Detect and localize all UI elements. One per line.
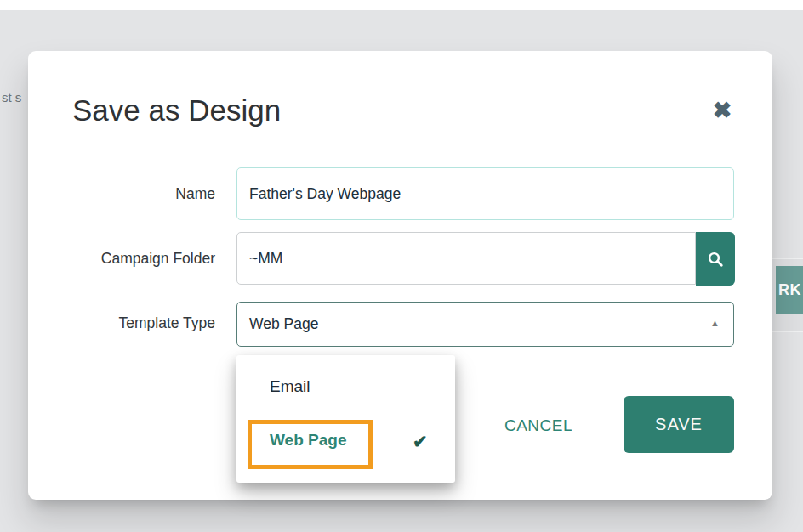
search-icon — [705, 249, 726, 269]
option-email[interactable]: Email — [270, 377, 310, 396]
save-as-design-dialog: Save as Design ✖ Name Campaign Folder Te… — [28, 51, 772, 500]
dialog-title: Save as Design — [72, 93, 281, 127]
screen: st s RK Save as Design ✖ Name Campaign F… — [0, 0, 803, 532]
template-type-value: Web Page — [249, 315, 318, 333]
name-input[interactable] — [236, 167, 734, 220]
option-web-page[interactable]: Web Page — [270, 431, 346, 450]
name-label: Name — [62, 185, 215, 203]
check-icon: ✔ — [413, 432, 428, 452]
background-truncated-text: st s — [2, 90, 21, 105]
close-icon[interactable]: ✖ — [707, 95, 738, 126]
template-type-select[interactable]: Web Page ▲ — [236, 302, 734, 347]
cancel-button[interactable]: CANCEL — [500, 412, 577, 439]
template-type-dropdown: Email Web Page ✔ — [236, 355, 455, 483]
background-divider-top — [772, 258, 803, 259]
save-button[interactable]: SAVE — [624, 396, 734, 453]
campaign-folder-input[interactable] — [236, 232, 696, 285]
campaign-folder-label: Campaign Folder — [62, 250, 215, 268]
folder-search-button[interactable] — [696, 232, 735, 286]
partial-work-button[interactable]: RK — [776, 266, 803, 314]
template-type-label: Template Type — [62, 314, 215, 332]
background-divider-bottom — [772, 331, 803, 332]
chevron-up-icon: ▲ — [710, 318, 720, 328]
